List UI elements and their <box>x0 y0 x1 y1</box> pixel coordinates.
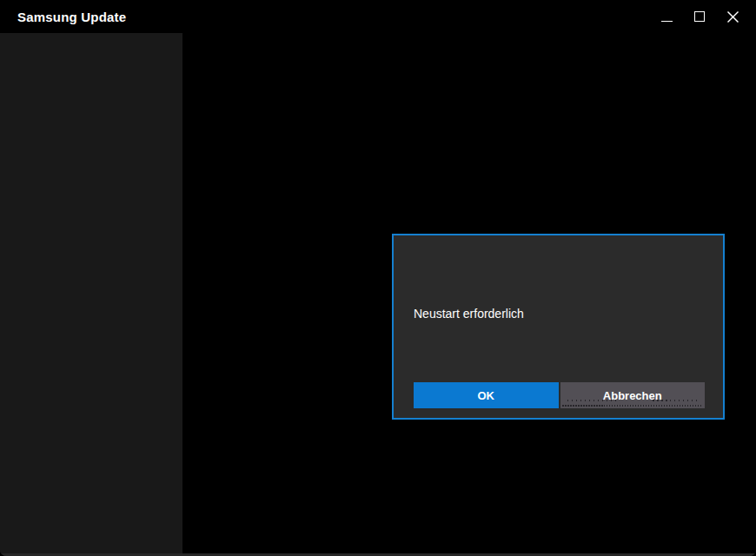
window-controls <box>650 0 749 33</box>
minimize-icon <box>661 21 673 23</box>
maximize-button[interactable] <box>683 0 716 33</box>
ok-button[interactable]: OK <box>414 382 559 408</box>
dialog-message: Neustart erforderlich <box>414 307 524 321</box>
close-icon <box>726 10 739 23</box>
main-content: Neustart erforderlich OK Abbrechen <box>182 33 756 553</box>
window-title: Samsung Update <box>17 10 126 24</box>
maximize-icon <box>694 11 705 22</box>
sidebar <box>0 33 182 553</box>
titlebar[interactable]: Samsung Update <box>0 0 756 33</box>
restart-dialog: Neustart erforderlich OK Abbrechen <box>392 234 725 420</box>
focus-dots-bottom <box>562 405 704 407</box>
ok-button-label: OK <box>478 389 495 402</box>
samsung-update-window: Samsung Update Neustart erforderlich OK <box>0 0 756 556</box>
minimize-button[interactable] <box>650 0 683 33</box>
close-button[interactable] <box>716 0 749 33</box>
cancel-button[interactable]: Abbrechen <box>560 382 706 408</box>
dialog-button-row: OK Abbrechen <box>414 382 705 408</box>
cancel-button-label: Abbrechen <box>603 389 662 402</box>
